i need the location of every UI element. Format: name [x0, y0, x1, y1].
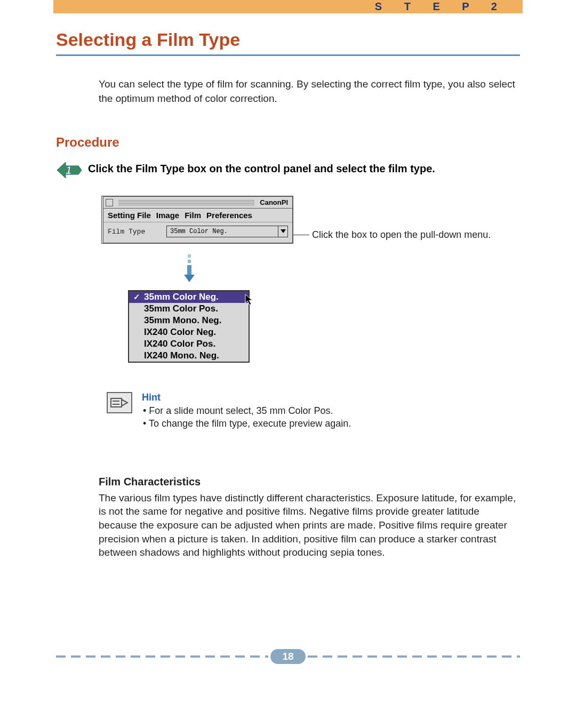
menu-item-label: IX240 Color Pos. [144, 339, 215, 349]
menu-item-label: IX240 Color Neg. [144, 327, 216, 337]
characteristics-heading: Film Characteristics [99, 476, 520, 488]
menu-image[interactable]: Image [155, 211, 180, 220]
chevron-down-icon[interactable] [278, 226, 287, 237]
menu-item-35mm-color-neg[interactable]: ✓ 35mm Color Neg. [129, 291, 249, 303]
intro-text: You can select the type of film for scan… [99, 77, 520, 106]
close-icon[interactable] [106, 199, 113, 206]
titlebar-pattern [118, 200, 254, 205]
svg-marker-11 [122, 399, 127, 406]
callout-text: Click the box to open the pull-down menu… [312, 229, 491, 241]
step-1-badge: 1 [56, 159, 83, 181]
step-label: S T E P 2 [375, 1, 507, 13]
down-arrow-icon [181, 254, 197, 284]
titlebar: CanonPl [103, 197, 292, 209]
menu-item-ix240-color-neg[interactable]: IX240 Color Neg. [129, 326, 249, 338]
svg-rect-8 [111, 398, 122, 407]
menu-preferences[interactable]: Preferences [205, 211, 253, 220]
app-window: CanonPl Setting File Image Film Preferen… [101, 196, 293, 244]
film-type-row: Film Type 35mm Color Neg. [103, 222, 292, 243]
menu-item-label: IX240 Mono. Neg. [144, 350, 219, 361]
film-type-menu: ✓ 35mm Color Neg. 35mm Color Pos. 35mm M… [128, 290, 250, 363]
window-title: CanonPl [258, 198, 290, 206]
step-1-text: Click the Film Type box on the control p… [88, 159, 435, 175]
hint-item: To change the film type, execute preview… [143, 417, 351, 430]
footer-dash-right [308, 655, 520, 658]
menu-film[interactable]: Film [183, 211, 202, 220]
menu-item-label: 35mm Color Pos. [144, 303, 218, 314]
page-title: Selecting a Film Type [56, 29, 520, 50]
page-number: 18 [270, 649, 305, 664]
menu-item-label: 35mm Mono. Neg. [144, 315, 221, 325]
hint-item: For a slide mount select, 35 mm Color Po… [143, 404, 351, 417]
svg-rect-4 [188, 260, 191, 263]
svg-text:1: 1 [66, 164, 71, 176]
film-type-dropdown[interactable]: 35mm Color Neg. [166, 226, 288, 237]
step-row: 1 Click the Film Type box on the control… [56, 159, 520, 181]
hint-block: Hint For a slide mount select, 35 mm Col… [107, 392, 520, 430]
menu-bar: Setting File Image Film Preferences [103, 209, 292, 222]
hint-icon [107, 392, 132, 413]
svg-rect-5 [187, 265, 191, 275]
menu-item-ix240-mono-neg[interactable]: IX240 Mono. Neg. [129, 350, 249, 362]
screenshot-area: CanonPl Setting File Image Film Preferen… [101, 196, 520, 363]
checkmark-icon: ✓ [133, 292, 140, 302]
footer: 18 [56, 649, 520, 664]
hint-list: For a slide mount select, 35 mm Color Po… [142, 404, 351, 430]
menu-setting-file[interactable]: Setting File [107, 211, 152, 220]
top-bar: S T E P 2 [53, 0, 523, 13]
footer-dash-left [56, 655, 268, 658]
menu-item-label: 35mm Color Neg. [144, 292, 219, 302]
menu-item-35mm-color-pos[interactable]: 35mm Color Pos. [129, 303, 249, 315]
dropdown-value: 35mm Color Neg. [170, 228, 228, 235]
menu-item-ix240-color-pos[interactable]: IX240 Color Pos. [129, 338, 249, 350]
title-divider [56, 54, 520, 56]
film-type-label: Film Type [108, 228, 166, 236]
svg-marker-2 [281, 229, 286, 233]
svg-marker-6 [184, 275, 195, 282]
menu-item-35mm-mono-neg[interactable]: 35mm Mono. Neg. [129, 315, 249, 326]
procedure-heading: Procedure [56, 135, 520, 150]
hint-label: Hint [142, 392, 351, 403]
characteristics-body: The various film types have distinctly d… [99, 491, 520, 559]
callout-line [293, 235, 309, 235]
svg-rect-3 [188, 254, 191, 258]
